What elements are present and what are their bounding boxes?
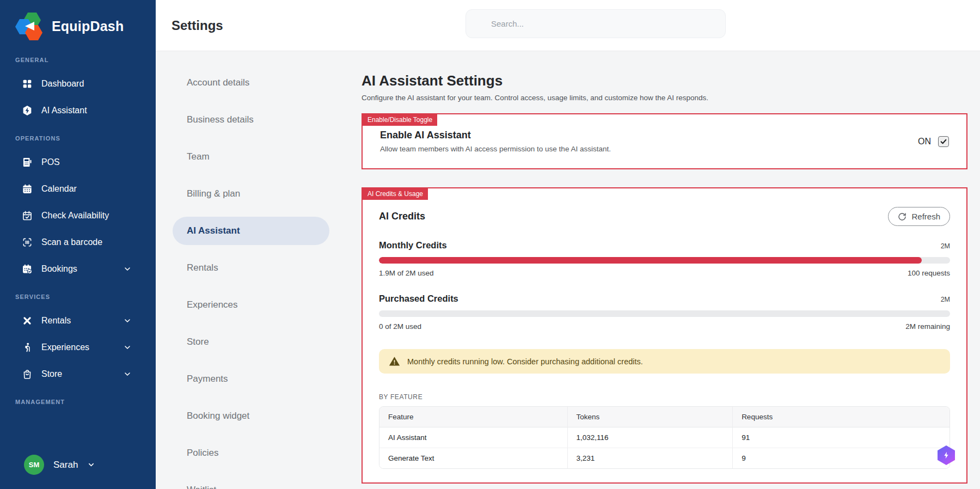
monthly-used-text: 1.9M of 2M used [379, 269, 434, 277]
sidebar-item-rentals[interactable]: Rentals [15, 309, 132, 332]
purchased-credits-progressbar [379, 310, 950, 317]
purchased-credits-meter: Purchased Credits 2M 0 of 2M used 2M rem… [379, 294, 950, 331]
brand[interactable]: EquipDash [0, 0, 156, 40]
sidebar-item-ai-assistant[interactable]: AI Assistant [15, 99, 132, 122]
annotation-label-credits: AI Credits & Usage [363, 188, 428, 200]
sidebar-item-label: Experiences [41, 343, 89, 352]
usage-by-feature-table: Feature Tokens Requests AI Assistant 1,0… [379, 406, 950, 469]
warning-text: Monthly credits running low. Consider pu… [407, 357, 643, 366]
sidebar-item-dashboard[interactable]: Dashboard [15, 72, 132, 95]
refresh-label: Refresh [911, 212, 940, 221]
monthly-credits-limit: 2M [941, 242, 950, 250]
annotation-label-toggle: Enable/Disable Toggle [363, 114, 437, 126]
table-row: Generate Text 3,231 9 [379, 448, 950, 468]
cell-feature: Generate Text [379, 448, 568, 468]
dashboard-grid-icon [22, 78, 33, 89]
sidebar-item-store[interactable]: Store [15, 363, 132, 386]
column-header-requests: Requests [733, 407, 950, 427]
chevron-down-icon [123, 343, 132, 354]
section-label-general: GENERAL [15, 57, 156, 63]
shopping-bag-icon [22, 369, 33, 380]
sidebar-item-label: POS [41, 157, 60, 167]
pos-terminal-icon [22, 157, 33, 168]
sidebar-item-pos[interactable]: POS [15, 151, 132, 174]
settings-nav-store[interactable]: Store [173, 328, 223, 356]
settings-nav: Account details Business details Team Bi… [173, 69, 329, 489]
sidebar-nav: GENERAL Dashboard AI Assistant OPERATION… [0, 40, 156, 405]
enable-ai-title: Enable AI Assistant [380, 130, 611, 141]
sidebar-item-label: Store [41, 369, 62, 379]
ai-credits-title: AI Credits [379, 211, 425, 222]
column-header-tokens: Tokens [568, 407, 733, 427]
sidebar-item-scan-barcode[interactable]: Scan a barcode [15, 231, 132, 254]
chevron-down-icon [123, 316, 132, 327]
sidebar-item-label: Check Availability [41, 211, 109, 221]
settings-content: Account details Business details Team Bi… [156, 51, 980, 489]
brand-name: EquipDash [52, 19, 124, 34]
settings-nav-policies[interactable]: Policies [173, 439, 233, 467]
cell-requests: 91 [733, 427, 950, 448]
purchased-credits-label: Purchased Credits [379, 294, 458, 304]
enable-ai-description: Allow team members with AI access permis… [380, 145, 611, 153]
equipdash-logo-icon [15, 12, 46, 40]
sidebar-item-bookings[interactable]: Bookings [15, 258, 132, 280]
sidebar: EquipDash GENERAL Dashboard AI Assistant… [0, 0, 156, 489]
settings-nav-billing-plan[interactable]: Billing & plan [173, 180, 254, 208]
barcode-scan-icon [22, 237, 33, 248]
cell-feature: AI Assistant [379, 427, 568, 448]
cell-tokens: 1,032,116 [568, 427, 733, 448]
monthly-credits-label: Monthly Credits [379, 240, 447, 250]
refresh-icon [898, 212, 906, 221]
crossed-skis-icon [22, 315, 33, 326]
settings-nav-booking-widget[interactable]: Booking widget [173, 402, 264, 430]
sidebar-item-label: Bookings [41, 264, 77, 274]
sidebar-item-label: Rentals [41, 316, 71, 326]
settings-nav-ai-assistant[interactable]: AI Assistant [173, 217, 329, 245]
checkmark-icon [940, 138, 947, 145]
by-feature-label: BY FEATURE [379, 393, 950, 401]
sidebar-item-calendar[interactable]: Calendar [15, 178, 132, 200]
lightning-bolt-icon [942, 451, 951, 460]
sidebar-item-check-availability[interactable]: Check Availability [15, 204, 132, 227]
cell-requests: 9 [733, 448, 950, 468]
settings-nav-payments[interactable]: Payments [173, 365, 242, 393]
app-window: EquipDash GENERAL Dashboard AI Assistant… [0, 0, 980, 489]
low-credits-warning-banner: Monthly credits running low. Consider pu… [379, 349, 950, 374]
sidebar-item-label: Scan a barcode [41, 237, 102, 247]
section-label-operations: OPERATIONS [15, 135, 156, 142]
table-row: AI Assistant 1,032,116 91 [379, 427, 950, 448]
settings-nav-experiences[interactable]: Experiences [173, 291, 252, 319]
ai-assistant-settings-panel: AI Assistant Settings Configure the AI a… [362, 51, 967, 484]
toggle-state-label: ON [918, 137, 931, 146]
refresh-button[interactable]: Refresh [888, 207, 950, 226]
column-header-feature: Feature [379, 407, 568, 427]
settings-nav-team[interactable]: Team [173, 143, 224, 171]
section-label-management: MANAGEMENT [15, 399, 156, 405]
table-header-row: Feature Tokens Requests [379, 407, 950, 427]
sidebar-item-experiences[interactable]: Experiences [15, 336, 132, 359]
calendar-check-icon [22, 210, 33, 221]
section-subtitle: Configure the AI assistant for your team… [362, 94, 967, 102]
purchased-credits-limit: 2M [941, 296, 950, 303]
sidebar-item-label: AI Assistant [41, 106, 87, 115]
chevron-down-icon [123, 370, 132, 381]
enable-ai-checkbox[interactable] [938, 136, 949, 147]
enable-toggle-text: Enable AI Assistant Allow team members w… [380, 130, 611, 153]
purchased-remaining-text: 2M remaining [905, 322, 950, 331]
hiker-icon [22, 342, 33, 353]
ai-credits-card: AI Credits & Usage AI Credits Refresh Mo… [362, 187, 967, 484]
search-input[interactable] [465, 9, 726, 38]
settings-nav-business-details[interactable]: Business details [173, 106, 268, 134]
warning-triangle-icon [389, 356, 400, 367]
settings-nav-rentals[interactable]: Rentals [173, 254, 232, 282]
chevron-down-icon [87, 461, 95, 469]
settings-nav-waitlist[interactable]: Waitlist [173, 476, 230, 489]
page-title: Settings [171, 0, 223, 51]
monthly-credits-meter: Monthly Credits 2M 1.9M of 2M used 100 r… [379, 240, 950, 277]
user-menu[interactable]: SM Sarah [24, 455, 95, 475]
settings-nav-account-details[interactable]: Account details [173, 69, 264, 97]
sidebar-item-label: Dashboard [41, 79, 84, 89]
enable-toggle-card: Enable/Disable Toggle Enable AI Assistan… [362, 113, 967, 169]
chevron-down-icon [123, 265, 132, 276]
enable-toggle-control: ON [918, 136, 949, 147]
